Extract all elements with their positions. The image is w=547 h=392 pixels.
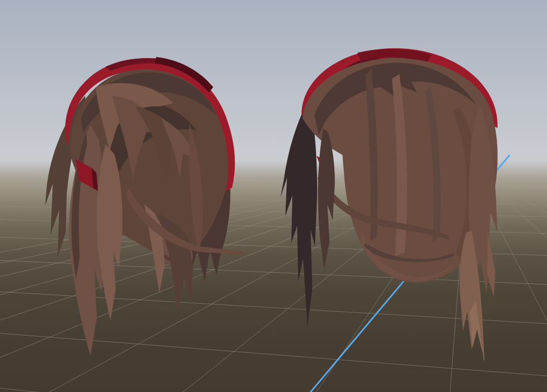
viewport-3d[interactable] (0, 0, 547, 392)
scene-canvas[interactable] (0, 0, 547, 392)
